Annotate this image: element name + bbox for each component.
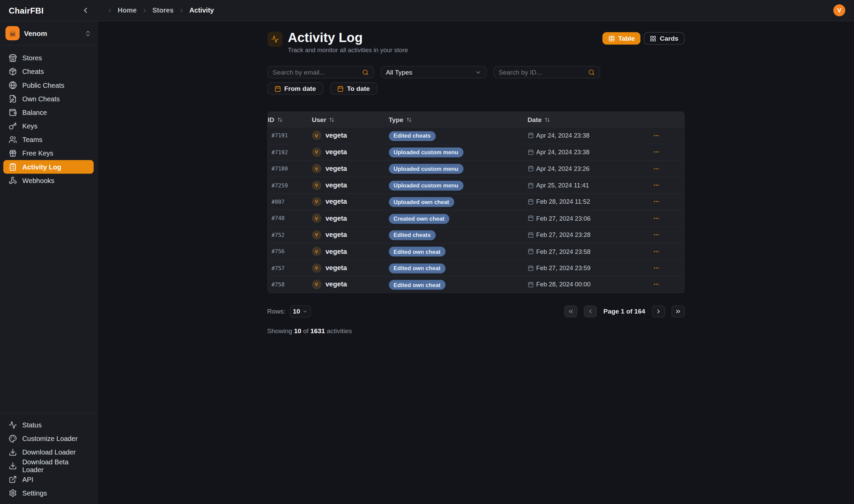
- email-search-field[interactable]: [267, 66, 374, 79]
- avatar: V: [312, 181, 321, 190]
- sidebar-item[interactable]: Activity Log: [3, 160, 94, 174]
- row-actions-button[interactable]: [651, 165, 661, 172]
- cell-id: #752: [268, 232, 312, 238]
- row-actions-button[interactable]: [651, 132, 661, 139]
- row-actions-button[interactable]: [651, 281, 661, 288]
- user-avatar[interactable]: V: [833, 4, 845, 16]
- row-actions-button[interactable]: [651, 232, 661, 238]
- sidebar-footer-item[interactable]: API: [3, 472, 94, 486]
- sidebar-spacer: [0, 192, 97, 413]
- next-page-button[interactable]: [652, 305, 665, 317]
- sidebar-item[interactable]: Keys: [3, 119, 94, 133]
- email-search-input[interactable]: [272, 69, 359, 76]
- sidebar-collapse-icon[interactable]: [81, 6, 90, 15]
- id-search-field[interactable]: [493, 66, 600, 79]
- type-badge: Edited own cheat: [389, 263, 445, 273]
- calendar-icon: [528, 232, 534, 238]
- sidebar-item[interactable]: Webhooks: [3, 174, 94, 187]
- breadcrumb-item[interactable]: Activity: [178, 6, 214, 14]
- row-actions-button[interactable]: [651, 149, 661, 155]
- pagination: Rows: 10 Page 1 of 164: [267, 305, 684, 317]
- cards-view-button[interactable]: Cards: [644, 32, 684, 45]
- cell-type: Edited cheats: [389, 230, 528, 240]
- store-selector[interactable]: ☠ Venom: [0, 21, 97, 46]
- column-header[interactable]: User: [312, 116, 389, 123]
- sidebar-item[interactable]: Public Cheats: [3, 78, 94, 92]
- cell-user: V vegeta: [312, 181, 389, 190]
- cell-type: Uploaded custom menu: [389, 180, 528, 191]
- settings-icon: [9, 489, 17, 497]
- cell-type: Edited own cheat: [389, 263, 528, 273]
- row-actions-button[interactable]: [651, 248, 661, 254]
- row-actions-button[interactable]: [651, 215, 661, 221]
- sidebar-item[interactable]: Balance: [3, 106, 94, 119]
- calendar-icon: [528, 166, 534, 172]
- sidebar-footer-item[interactable]: Customize Loader: [3, 432, 94, 445]
- table-icon: [608, 35, 615, 42]
- calendar-icon: [528, 249, 534, 254]
- page-header: Activity Log Track and monitor all activ…: [267, 31, 684, 54]
- cell-date: Feb 28, 2024 11:52: [528, 198, 629, 205]
- column-header[interactable]: Type: [389, 116, 528, 123]
- topbar: ChairFBI Home Stores Activity V: [0, 0, 854, 21]
- type-filter-select[interactable]: All Types: [380, 66, 486, 79]
- chevrons-left-icon: [568, 308, 574, 314]
- table-row: #7191 V vegeta Edited cheats Apr 24, 202…: [268, 127, 684, 144]
- sidebar-footer-item[interactable]: Status: [3, 418, 94, 432]
- package-icon: [9, 68, 17, 76]
- cell-type: Edited cheats: [389, 130, 528, 141]
- cell-type: Uploaded custom menu: [389, 147, 528, 158]
- column-header[interactable]: ID: [268, 116, 312, 123]
- avatar: V: [312, 164, 321, 173]
- from-date-button[interactable]: From date: [267, 83, 323, 95]
- sidebar-item[interactable]: Free Keys: [3, 146, 94, 160]
- chevron-down-icon: [475, 69, 481, 76]
- download-icon: [9, 448, 17, 456]
- type-badge: Edited cheats: [389, 230, 435, 240]
- table-row: #757 V vegeta Edited own cheat Feb 27, 2…: [268, 259, 684, 276]
- table-view-button[interactable]: Table: [602, 32, 641, 45]
- type-badge: Uploaded own cheat: [389, 197, 454, 207]
- sidebar-item[interactable]: Cheats: [3, 65, 94, 78]
- cell-type: Edited own cheat: [389, 279, 528, 290]
- cell-user: V vegeta: [312, 197, 389, 206]
- search-icon: [588, 69, 594, 76]
- id-search-input[interactable]: [499, 69, 585, 76]
- sidebar-item[interactable]: Stores: [3, 51, 94, 65]
- calendar-icon: [528, 215, 534, 221]
- cell-date: Feb 27, 2024 23:06: [528, 215, 629, 221]
- table-body: #7191 V vegeta Edited cheats Apr 24, 202…: [268, 127, 684, 292]
- cell-user: V vegeta: [312, 280, 389, 289]
- cell-type: Created own cheat: [389, 213, 528, 224]
- row-actions-button[interactable]: [651, 198, 661, 205]
- sidebar-item-label: Keys: [22, 122, 38, 130]
- sidebar-item-label: Webhooks: [22, 177, 55, 184]
- sidebar-footer-item[interactable]: Settings: [3, 486, 94, 500]
- sidebar-item[interactable]: Own Cheats: [3, 92, 94, 105]
- to-date-button[interactable]: To date: [330, 83, 377, 95]
- cell-user: V vegeta: [312, 164, 389, 173]
- breadcrumb-item[interactable]: Home: [107, 6, 137, 14]
- breadcrumb-item[interactable]: Stores: [141, 6, 174, 14]
- prev-page-button[interactable]: [584, 305, 597, 317]
- sidebar-footer-item[interactable]: Download Beta Loader: [3, 459, 94, 472]
- rows-per-page-select[interactable]: 10: [289, 305, 311, 317]
- column-header[interactable]: Date: [528, 116, 629, 123]
- rows-per-page-label: Rows:: [267, 308, 285, 315]
- calendar-icon: [528, 199, 534, 205]
- cell-date: Apr 25, 2024 11:41: [528, 182, 629, 188]
- sidebar-item-label: Balance: [22, 108, 47, 116]
- total-count: 1631: [310, 327, 325, 335]
- row-actions-button[interactable]: [651, 182, 661, 188]
- sidebar-item[interactable]: Teams: [3, 133, 94, 146]
- chevron-right-icon: [655, 308, 661, 314]
- cell-user: V vegeta: [312, 230, 389, 239]
- table-row: #7192 V vegeta Uploaded custom menu Apr …: [268, 143, 684, 160]
- sidebar-item-label: Free Keys: [22, 149, 54, 157]
- first-page-button[interactable]: [564, 305, 577, 317]
- sidebar-footer-item[interactable]: Download Loader: [3, 445, 94, 459]
- last-page-button[interactable]: [671, 305, 684, 317]
- row-actions-button[interactable]: [651, 265, 661, 271]
- calendar-icon: [528, 132, 534, 139]
- avatar: V: [312, 197, 321, 206]
